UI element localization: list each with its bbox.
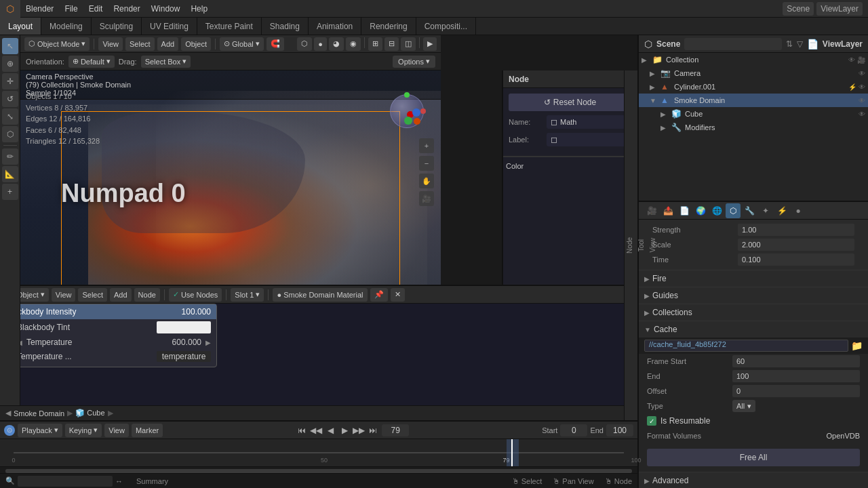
search-input[interactable]: [18, 476, 113, 487]
node-select-menu[interactable]: Select: [78, 288, 107, 302]
end-value[interactable]: 100: [732, 370, 860, 382]
render-props-btn[interactable]: 🎥: [644, 203, 659, 218]
keying-menu[interactable]: Keying ▾: [65, 424, 102, 437]
outliner-cylinder[interactable]: ▶ ▲ Cylinder.001 ⚡ 👁: [639, 80, 868, 94]
tool-annotate[interactable]: ✏: [2, 148, 18, 165]
slot-dropdown[interactable]: Slot 1 ▾: [231, 288, 264, 302]
menu-render[interactable]: Render: [108, 0, 145, 17]
view-tab[interactable]: View: [648, 235, 658, 256]
marker-menu[interactable]: Marker: [132, 424, 163, 437]
offset-value[interactable]: 0: [732, 385, 860, 397]
timeline-scroll[interactable]: [5, 469, 632, 473]
current-frame[interactable]: 79: [382, 424, 409, 436]
vis-icon[interactable]: 👁: [859, 110, 865, 118]
cache-path-input[interactable]: //cache_fluid_4b85f272: [644, 340, 848, 352]
vis-icon[interactable]: 👁: [859, 97, 865, 104]
tab-layout[interactable]: Layout: [0, 18, 41, 35]
end-frame[interactable]: 100: [606, 424, 633, 436]
viewport-gizmo[interactable]: [390, 94, 431, 135]
node-node-menu[interactable]: Node: [134, 288, 160, 302]
shading-solid[interactable]: ●: [314, 37, 327, 51]
next-frame-btn[interactable]: ▶▶: [353, 424, 365, 436]
particle-props-btn[interactable]: ✦: [758, 203, 773, 218]
expand-icon[interactable]: ▶: [660, 110, 669, 118]
timeline-scrubber[interactable]: 0 50 79 100: [0, 439, 637, 466]
physics-props-btn[interactable]: ⚡: [774, 203, 789, 218]
fire-section-header[interactable]: ▶ Fire: [639, 270, 868, 287]
guides-section-header[interactable]: ▶ Guides: [639, 287, 868, 304]
zoom-in-btn[interactable]: +: [419, 138, 434, 153]
output-props-btn[interactable]: 📤: [660, 203, 675, 218]
vis-icon[interactable]: 👁: [859, 83, 865, 91]
menu-edit[interactable]: Edit: [83, 0, 108, 17]
shading-material[interactable]: ◕: [329, 37, 344, 51]
gizmo-sphere[interactable]: [390, 94, 424, 128]
tool-measure[interactable]: 📐: [2, 166, 18, 182]
temp-input-value[interactable]: temperature: [157, 351, 211, 362]
outliner-collection[interactable]: ▶ 📁 Collection 👁 🎥: [639, 53, 868, 66]
tab-sculpting[interactable]: Sculpting: [92, 18, 142, 35]
snap-toggle[interactable]: 🧲: [267, 37, 284, 51]
expand-breadcrumb[interactable]: ◀: [5, 409, 11, 418]
some-icon[interactable]: ⚡: [848, 83, 856, 91]
type-select[interactable]: All ▾: [732, 400, 755, 412]
node-canvas[interactable]: Blackbody Intensity 100.000 Blackbody Ti…: [0, 304, 637, 420]
rs-search[interactable]: [684, 38, 781, 50]
expand-icon[interactable]: ▶: [642, 56, 650, 64]
node-tab[interactable]: Node: [625, 235, 635, 256]
xray-toggle[interactable]: ◫: [401, 37, 416, 51]
prev-keyframe-btn[interactable]: ◀◀: [310, 424, 322, 436]
tool-move[interactable]: ✛: [2, 73, 18, 89]
advanced-header[interactable]: ▶ Advanced: [639, 472, 868, 488]
render-icon[interactable]: 🎥: [857, 56, 865, 64]
scene-props-btn[interactable]: 🌍: [693, 203, 708, 218]
expand-icon[interactable]: ▼: [650, 97, 658, 104]
orientation-selector[interactable]: ⊕ Default ▾: [68, 56, 115, 68]
menu-blender[interactable]: Blender: [20, 0, 59, 17]
tool-scale[interactable]: ⤡: [2, 108, 18, 125]
label-value[interactable]: ◻: [547, 133, 631, 146]
tab-animation[interactable]: Animation: [309, 18, 361, 35]
tool-tab[interactable]: Tool: [636, 237, 646, 254]
camera-btn[interactable]: 🎥: [419, 191, 434, 206]
strength-value[interactable]: 1.00: [738, 224, 854, 236]
name-value[interactable]: ◻ Math: [547, 115, 631, 129]
smoke-domain-breadcrumb[interactable]: Smoke Domain: [14, 409, 64, 418]
cube-breadcrumb[interactable]: 🧊 Cube: [75, 409, 104, 418]
tab-modeling[interactable]: Modeling: [41, 18, 92, 35]
shading-wire[interactable]: ⬡: [297, 37, 312, 51]
tool-select[interactable]: ↖: [2, 38, 18, 54]
pan-btn[interactable]: ✋: [419, 174, 434, 188]
free-all-btn[interactable]: Free All: [647, 449, 860, 466]
gizmo-toggle[interactable]: ⊞: [368, 37, 382, 51]
expand-icon[interactable]: ▶: [650, 83, 658, 91]
menu-window[interactable]: Window: [146, 0, 186, 17]
world-props-btn[interactable]: 🌐: [709, 203, 724, 218]
view-menu[interactable]: View: [104, 424, 129, 437]
sort-icon[interactable]: ⇅: [786, 39, 793, 49]
go-start-btn[interactable]: ⏮: [296, 424, 308, 436]
node-close[interactable]: ✕: [391, 288, 405, 302]
tab-compositing[interactable]: Compositi...: [416, 18, 476, 35]
tool-add[interactable]: +: [2, 184, 18, 200]
overlay-toggle[interactable]: ⊟: [384, 37, 399, 51]
playback-menu[interactable]: Playback ▾: [18, 424, 62, 437]
material-props-btn[interactable]: ●: [791, 203, 806, 218]
object-menu[interactable]: Object: [181, 37, 211, 51]
start-frame[interactable]: 0: [560, 424, 587, 436]
temp-arrow-right[interactable]: ▶: [205, 339, 211, 346]
tab-texture-paint[interactable]: Texture Paint: [197, 18, 262, 35]
scene-selector[interactable]: Scene: [783, 2, 814, 16]
filter-icon[interactable]: ▽: [797, 39, 803, 49]
outliner-smoke-domain[interactable]: ▼ ▲ Smoke Domain 👁: [639, 94, 868, 107]
tab-uv-editing[interactable]: UV Editing: [142, 18, 197, 35]
view-layer-props-btn[interactable]: 📄: [677, 203, 692, 218]
collections-section-header[interactable]: ▶ Collections: [639, 304, 868, 321]
options-button[interactable]: Options ▾: [393, 56, 435, 68]
tool-transform[interactable]: ⬡: [2, 126, 18, 142]
render-btn[interactable]: ▶: [423, 37, 437, 51]
visibility-icon[interactable]: 👁: [859, 70, 865, 77]
folder-icon[interactable]: 📁: [851, 340, 863, 351]
visibility-icon[interactable]: 👁: [848, 56, 855, 64]
time-value[interactable]: 0.100: [738, 253, 854, 266]
